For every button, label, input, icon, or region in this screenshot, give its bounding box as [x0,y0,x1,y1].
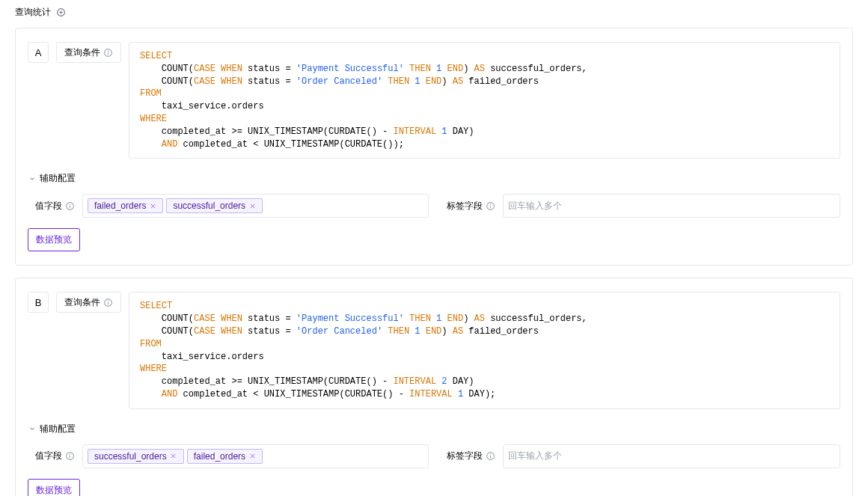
query-letter: A [28,42,49,63]
tag-field-label: 标签字段 [439,194,503,218]
tag-field-label: 标签字段 [439,444,503,468]
tag-field-input[interactable]: 回车输入多个 [503,194,840,218]
query-condition-label: 查询条件 [64,296,100,309]
info-icon[interactable] [486,451,495,461]
info-icon[interactable] [103,48,113,58]
svg-point-8 [70,204,70,205]
value-field-label: 值字段 [28,444,82,468]
info-icon[interactable] [65,451,75,461]
value-field-input[interactable]: failed_orders successful_orders [82,194,429,218]
info-icon[interactable] [103,298,113,307]
value-field-input[interactable]: successful_orders failed_orders [82,444,429,468]
data-preview-button[interactable]: 数据预览 [28,228,80,251]
tag-text: failed_orders [94,200,146,211]
tag-remove-icon[interactable] [149,202,156,209]
sql-editor[interactable]: SELECT COUNT(CASE WHEN status = 'Payment… [129,42,840,159]
svg-point-15 [490,204,491,205]
tag-text: failed_orders [194,451,245,462]
tag-field-input[interactable]: 回车输入多个 [503,444,840,468]
query-letter: B [28,292,49,313]
value-field-label: 值字段 [28,194,82,218]
query-condition-label: 查询条件 [64,46,100,59]
sql-editor[interactable]: SELECT COUNT(CASE WHEN status = 'Payment… [129,292,840,408]
value-tag: successful_orders [166,198,263,213]
page-header: 查询统计 [15,6,853,19]
value-tag: failed_orders [187,449,263,464]
svg-point-21 [70,454,70,455]
aux-config-label: 辅助配置 [40,172,76,185]
info-icon[interactable] [65,201,75,211]
tag-remove-icon[interactable] [248,453,256,460]
data-preview-button[interactable]: 数据预览 [28,479,80,496]
placeholder-text: 回车输入多个 [508,450,562,462]
svg-point-5 [108,51,109,52]
svg-point-28 [490,454,491,455]
tag-text: successful_orders [173,200,245,211]
query-condition-label-box[interactable]: 查询条件 [56,42,121,63]
placeholder-text: 回车输入多个 [508,200,562,212]
chevron-down-icon [28,174,37,183]
value-tag: failed_orders [88,198,163,213]
svg-point-18 [108,301,109,301]
value-tag: successful_orders [88,449,184,464]
tag-text: successful_orders [94,451,167,462]
info-icon[interactable] [486,201,495,211]
aux-config-label: 辅助配置 [40,423,76,435]
query-condition-label-box[interactable]: 查询条件 [56,292,121,313]
page-title: 查询统计 [15,6,51,19]
query-block: B 查询条件 SELECT COUNT(CASE WHEN status = '… [15,278,853,496]
query-block: A 查询条件 SELECT COUNT(CASE WHEN status = '… [15,28,853,266]
aux-config-toggle[interactable]: 辅助配置 [28,423,76,435]
tag-remove-icon[interactable] [248,202,256,209]
add-query-icon[interactable] [55,7,66,18]
aux-config-toggle[interactable]: 辅助配置 [28,172,76,185]
tag-remove-icon[interactable] [170,453,177,460]
chevron-down-icon [28,424,37,433]
